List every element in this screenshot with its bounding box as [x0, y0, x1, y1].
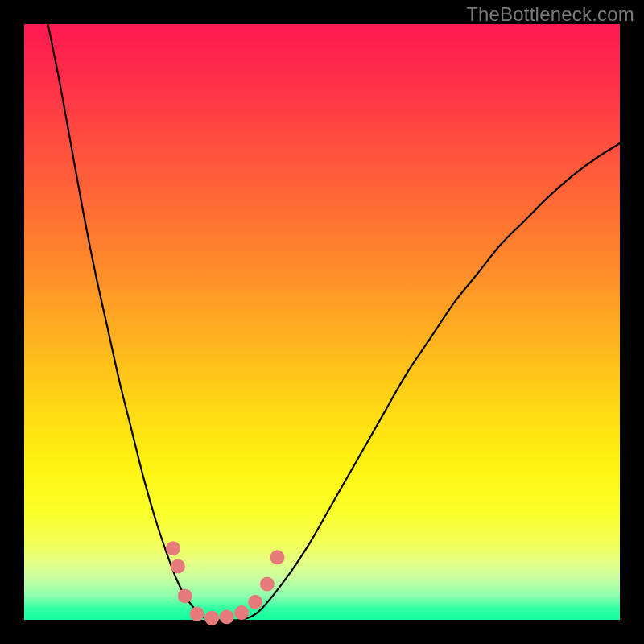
- chart-frame: TheBottleneck.com: [0, 0, 644, 644]
- highlight-marker: [220, 609, 234, 624]
- bottleneck-curve-path: [48, 24, 620, 620]
- highlight-marker: [204, 611, 219, 625]
- highlight-marker: [190, 607, 204, 621]
- highlight-marker: [178, 588, 192, 603]
- plot-area: [24, 24, 620, 620]
- highlight-marker: [270, 550, 285, 564]
- highlight-markers: [166, 541, 285, 625]
- highlight-marker: [248, 595, 262, 609]
- bottleneck-curve: [48, 24, 620, 620]
- highlight-marker: [234, 605, 249, 620]
- curve-layer: [24, 24, 620, 620]
- highlight-marker: [260, 577, 275, 592]
- highlight-marker: [166, 541, 180, 555]
- watermark-text: TheBottleneck.com: [466, 3, 634, 26]
- highlight-marker: [171, 559, 185, 573]
